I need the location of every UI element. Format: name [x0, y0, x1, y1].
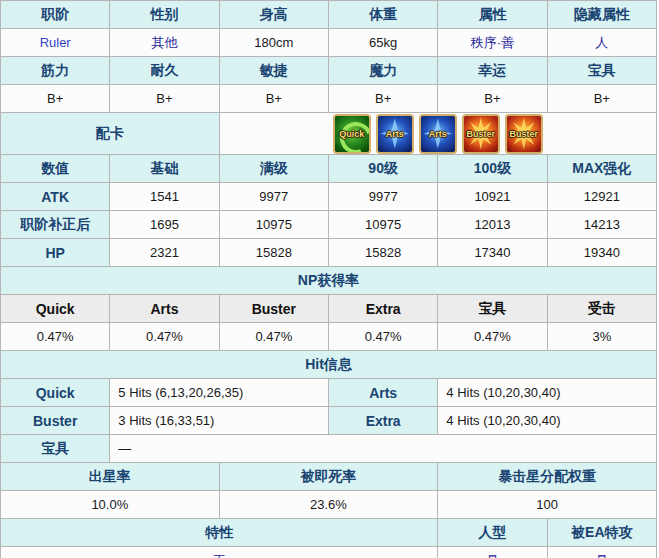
parameter-header-row: 筋力 耐久 敏捷 魔力 幸运 宝具 [1, 57, 657, 85]
stat-cell: 15828 [328, 239, 437, 267]
header-np: 宝具 [547, 57, 656, 85]
hit-quick-label: Quick [1, 379, 110, 407]
header-weight: 体重 [328, 1, 437, 29]
death-rate-value: 23.6% [219, 491, 438, 519]
stat-cell: 10921 [438, 183, 547, 211]
np-gain-header-row: Quick Arts Buster Extra 宝具 受击 [1, 295, 657, 323]
class-corrected-atk-label: 职阶补正后 [1, 211, 110, 239]
np-header-buster: Buster [219, 295, 328, 323]
hit-info-np-row: 宝具 — [1, 435, 657, 463]
misc-header-row: 出星率 被即死率 暴击星分配权重 [1, 463, 657, 491]
stats-header-row: 数值 基础 满级 90级 100级 MAX强化 [1, 155, 657, 183]
header-star-weight: 暴击星分配权重 [438, 463, 657, 491]
hit-extra-label: Extra [328, 407, 437, 435]
stat-cell: 12013 [438, 211, 547, 239]
parameter-value-row: B+ B+ B+ B+ B+ B+ [1, 85, 657, 113]
header-height: 身高 [219, 1, 328, 29]
stat-cell: 15828 [219, 239, 328, 267]
hidden-attribute-link[interactable]: 人 [547, 29, 656, 57]
hp-row: HP 2321 15828 15828 17340 19340 [1, 239, 657, 267]
stat-cell: 10975 [219, 211, 328, 239]
header-alignment: 属性 [438, 1, 547, 29]
card-deck-row: 配卡 Quick Arts Arts Buster Buster [1, 113, 657, 155]
hit-buster-value: 3 Hits (16,33,51) [110, 407, 329, 435]
header-stat-name: 数值 [1, 155, 110, 183]
servant-stat-table: 职阶 性别 身高 体重 属性 隐藏属性 Ruler 其他 180cm 65kg … [0, 0, 657, 558]
command-card-quick-icon[interactable]: Quick [333, 114, 371, 154]
command-card-buster-icon[interactable]: Buster [462, 114, 500, 154]
np-header-quick: Quick [1, 295, 110, 323]
stat-cell: 14213 [547, 211, 656, 239]
stat-cell: 9977 [328, 183, 437, 211]
header-traits: 特性 [1, 519, 438, 547]
command-card-buster-icon[interactable]: Buster [505, 114, 543, 154]
mana-rank: B+ [328, 85, 437, 113]
stat-cell: 2321 [110, 239, 219, 267]
np-header-np: 宝具 [438, 295, 547, 323]
np-header-extra: Extra [328, 295, 437, 323]
class-link[interactable]: Ruler [1, 29, 110, 57]
hit-extra-value: 4 Hits (10,20,30,40) [438, 407, 657, 435]
hit-info-title: Hit信息 [1, 351, 657, 379]
ea-vulnerable-value[interactable]: 是 [547, 547, 656, 558]
command-card-arts-icon[interactable]: Arts [376, 114, 414, 154]
trait-king-link[interactable]: 王 [1, 547, 438, 558]
atk-label: ATK [1, 183, 110, 211]
np-rank: B+ [547, 85, 656, 113]
class-corrected-atk-row: 职阶补正后 1695 10975 10975 12013 14213 [1, 211, 657, 239]
np-gain-value-row: 0.47% 0.47% 0.47% 0.47% 0.47% 3% [1, 323, 657, 351]
stat-cell: 1541 [110, 183, 219, 211]
header-class: 职阶 [1, 1, 110, 29]
header-ea-vulnerable: 被EA特攻 [547, 519, 656, 547]
traits-value-row: 王 是 是 [1, 547, 657, 558]
np-gain-title: NP获得率 [1, 267, 657, 295]
strength-rank: B+ [1, 85, 110, 113]
hit-info-row: Buster 3 Hits (16,33,51) Extra 4 Hits (1… [1, 407, 657, 435]
hit-info-row: Quick 5 Hits (6,13,20,26,35) Arts 4 Hits… [1, 379, 657, 407]
hit-buster-label: Buster [1, 407, 110, 435]
np-gain-title-row: NP获得率 [1, 267, 657, 295]
np-gain-cell: 0.47% [328, 323, 437, 351]
np-gain-cell: 0.47% [438, 323, 547, 351]
card-deck-cell: Quick Arts Arts Buster Buster [219, 113, 656, 155]
np-header-defense: 受击 [547, 295, 656, 323]
gender-link[interactable]: 其他 [110, 29, 219, 57]
luck-rank: B+ [438, 85, 547, 113]
card-label: Arts [429, 129, 447, 139]
star-gen-value: 10.0% [1, 491, 220, 519]
header-max-level: 满级 [219, 155, 328, 183]
card-deck-label: 配卡 [1, 113, 220, 155]
height-value: 180cm [219, 29, 328, 57]
humanoid-value[interactable]: 是 [438, 547, 547, 558]
command-card-arts-icon[interactable]: Arts [419, 114, 457, 154]
header-luck: 幸运 [438, 57, 547, 85]
header-strength: 筋力 [1, 57, 110, 85]
traits-header-row: 特性 人型 被EA特攻 [1, 519, 657, 547]
agility-rank: B+ [219, 85, 328, 113]
alignment-link[interactable]: 秩序·善 [438, 29, 547, 57]
profile-header-row: 职阶 性别 身高 体重 属性 隐藏属性 [1, 1, 657, 29]
np-gain-cell: 0.47% [110, 323, 219, 351]
stat-cell: 19340 [547, 239, 656, 267]
hit-quick-value: 5 Hits (6,13,20,26,35) [110, 379, 329, 407]
np-gain-cell: 0.47% [1, 323, 110, 351]
header-hidden-attribute: 隐藏属性 [547, 1, 656, 29]
stat-cell: 17340 [438, 239, 547, 267]
hit-arts-value: 4 Hits (10,20,30,40) [438, 379, 657, 407]
card-deck: Quick Arts Arts Buster Buster [222, 113, 654, 154]
np-gain-cell: 3% [547, 323, 656, 351]
header-star-gen: 出星率 [1, 463, 220, 491]
weight-value: 65kg [328, 29, 437, 57]
stat-cell: 10975 [328, 211, 437, 239]
header-level-100: 100级 [438, 155, 547, 183]
header-base: 基础 [110, 155, 219, 183]
atk-row: ATK 1541 9977 9977 10921 12921 [1, 183, 657, 211]
stat-cell: 9977 [219, 183, 328, 211]
endurance-rank: B+ [110, 85, 219, 113]
header-gender: 性别 [110, 1, 219, 29]
card-label: Arts [386, 129, 404, 139]
np-header-arts: Arts [110, 295, 219, 323]
card-label: Buster [467, 129, 496, 139]
misc-value-row: 10.0% 23.6% 100 [1, 491, 657, 519]
card-label: Buster [510, 129, 539, 139]
